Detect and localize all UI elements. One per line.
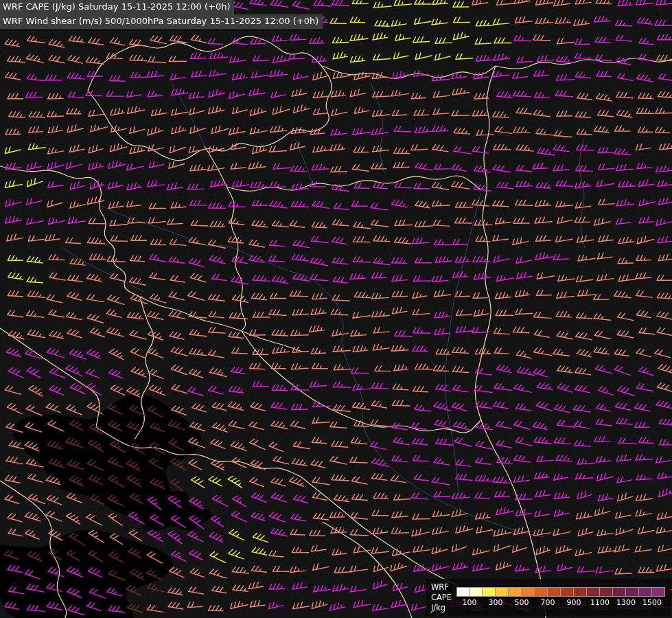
legend-swatch	[548, 587, 561, 597]
legend-swatch	[652, 587, 665, 597]
legend-tick-label: 100	[463, 598, 477, 607]
legend-swatch	[509, 587, 522, 597]
cape-legend: WRF CAPE J/kg 10030050070090011001300150…	[426, 579, 671, 616]
weather-map-canvas	[0, 0, 672, 618]
legend-swatch	[587, 587, 600, 597]
legend-swatch	[626, 587, 639, 597]
legend-model-label: WRF	[431, 582, 452, 593]
legend-swatch	[483, 587, 496, 597]
legend-tick-label: 1100	[590, 598, 610, 607]
legend-tick-labels: 100300500700900110013001500	[456, 597, 665, 608]
legend-swatch	[456, 587, 470, 597]
legend-swatch	[470, 587, 483, 597]
legend-parameter-label: CAPE	[431, 593, 452, 603]
legend-swatch	[496, 587, 509, 597]
map-titles: WRF CAPE (J/kg) Saturday 15-11-2025 12:0…	[0, 0, 323, 29]
legend-tick-label: 900	[567, 598, 581, 607]
map-title-cape: WRF CAPE (J/kg) Saturday 15-11-2025 12:0…	[0, 0, 234, 14]
legend-swatch	[535, 587, 548, 597]
legend-unit-label: J/kg	[431, 603, 452, 613]
legend-tick-label: 1500	[642, 598, 662, 607]
legend-swatch	[613, 587, 626, 597]
map-title-windshear: WRF Wind shear (m/s) 500/1000hPa Saturda…	[0, 14, 323, 29]
legend-color-bar	[456, 587, 665, 597]
legend-swatch	[561, 587, 574, 597]
legend-swatch	[522, 587, 535, 597]
legend-labels: WRF CAPE J/kg	[431, 582, 452, 613]
legend-scale: 100300500700900110013001500	[456, 582, 665, 608]
legend-tick-label: 1300	[616, 598, 636, 607]
legend-tick-label: 500	[515, 598, 529, 607]
weather-map-viewport: WRF CAPE (J/kg) Saturday 15-11-2025 12:0…	[0, 0, 672, 618]
legend-swatch	[574, 587, 587, 597]
legend-tick-label: 300	[489, 598, 503, 607]
legend-swatch	[600, 587, 613, 597]
legend-swatch	[639, 587, 652, 597]
legend-tick-label: 700	[541, 598, 555, 607]
